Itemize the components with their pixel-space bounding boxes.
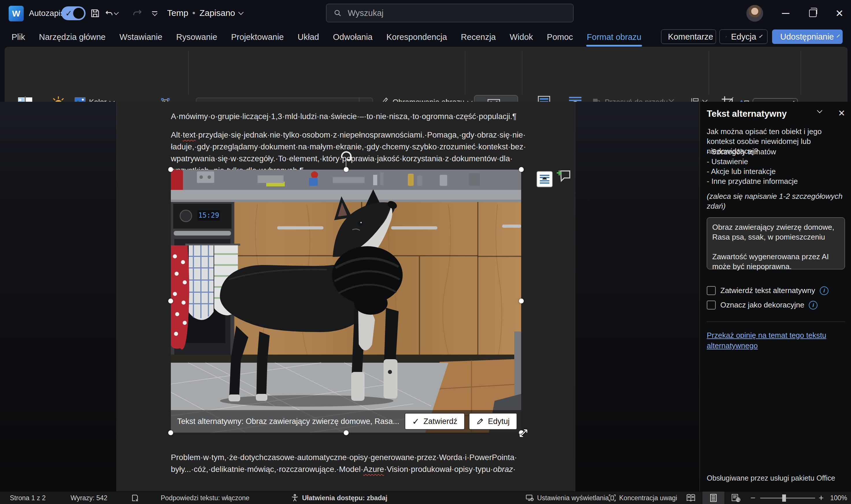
edit-label: Edytuj [488,417,510,426]
paragraph-text: · [513,465,515,474]
restore-button[interactable] [806,7,819,20]
document-page[interactable]: A·​mówimy·​o·​grupie·​liczącej·​1,3·​mld… [117,102,575,491]
tab-korespondencja[interactable]: Korespondencja [386,31,448,43]
alt-text-overlay-label: Tekst alternatywny: Obraz zawierający zw… [177,417,405,426]
paragraph[interactable]: Problem·​w·​tym,·​że·​dotychczasowe·​aut… [171,451,534,475]
text-predictions[interactable]: Podpowiedzi tekstu: włączone [161,491,249,504]
save-button[interactable] [88,6,102,20]
resize-handle-middle-right[interactable] [519,299,524,303]
close-button[interactable]: ✕ [833,7,846,20]
autosave-toggle[interactable]: ✓ [61,6,86,20]
customize-quick-access-button[interactable] [148,6,161,20]
resize-handle-bottom-left[interactable] [168,430,173,435]
mark-decorative-row: Oznacz jako dekoracyjne i [707,301,817,309]
paragraph-text: Alt·​ [171,130,183,139]
zoom-level[interactable]: 100% [830,491,847,504]
web-layout-button[interactable] [725,491,747,504]
layout-options-icon [539,174,550,185]
tab-uklad[interactable]: Układ [297,31,320,43]
document-workspace: A·​mówimy·​o·​grupie·​liczącej·​1,3·​mld… [0,102,851,491]
pane-hint: (zaleca się napisanie 1-2 szczegółowych … [707,191,843,211]
document-title[interactable]: Temp • Zapisano [167,8,243,18]
tab-projektowanie[interactable]: Projektowanie [230,31,284,43]
approve-alt-text-label: Zatwierdź tekst alternatywny [720,286,815,295]
mark-decorative-checkbox[interactable] [707,301,716,309]
focus-mode-label: Koncentracja uwagi [619,494,677,502]
editing-mode-button[interactable]: Edycja [720,30,767,44]
tab-recenzja[interactable]: Recenzja [460,31,496,43]
redo-button[interactable] [131,6,144,20]
pane-divider [707,321,845,322]
text-predictions-label: Podpowiedzi tekstu: włączone [161,494,249,502]
zoom-slider-track[interactable] [760,498,815,499]
minimize-button[interactable] [779,7,792,20]
accessibility-status[interactable]: Ułatwienia dostępu: zbadaj [290,491,387,504]
autosave-label: Autozapis [29,9,65,18]
resize-handle-top-left[interactable] [168,167,173,172]
resize-handle-top-middle[interactable] [344,167,349,172]
zoom-slider-handle[interactable] [782,494,786,502]
tab-format-obrazu[interactable]: Format obrazu [586,31,642,43]
doc-status: Zapisano [199,8,235,18]
paragraph-text: ·​Vision·​produkował·​opisy·​typu·​ [384,465,493,474]
pane-close-icon[interactable]: ✕ [838,108,845,118]
zoom-out-button[interactable]: − [750,491,756,504]
accessibility-person-icon [290,493,299,502]
group-separator [801,51,801,95]
undo-icon [105,8,113,19]
pencil-icon [726,33,727,41]
read-mode-button[interactable] [680,491,702,504]
comments-button[interactable]: Komentarze [661,30,716,44]
resize-handle-top-right[interactable] [519,167,524,172]
italic-word: obraz [493,465,513,474]
web-layout-icon [731,493,741,502]
display-settings[interactable]: Ustawienia wyświetlania [526,491,609,504]
rotate-handle-icon[interactable] [338,148,354,163]
info-icon[interactable]: i [809,301,817,309]
page-indicator[interactable]: Strona 1 z 2 [10,491,46,504]
word-count[interactable]: Wyrazy: 542 [71,491,108,504]
new-comment-button[interactable] [557,169,572,182]
approve-alt-text-button[interactable]: ✓ Zatwierdź [405,413,465,430]
search-box[interactable] [326,4,573,22]
focus-mode[interactable]: Koncentracja uwagi [608,491,677,504]
tab-pomoc[interactable]: Pomoc [546,31,573,43]
tab-narzedzia-glowne[interactable]: Narzędzia główne [38,31,106,43]
edit-alt-text-button[interactable]: Edytuj [469,413,517,430]
tab-widok[interactable]: Widok [509,31,534,43]
redo-icon [132,8,143,19]
restore-icon [809,10,817,17]
word-window: W Autozapis ✓ Temp • [0,0,851,504]
pane-footer: Obsługiwane przez usługi pakietu Office [707,474,835,482]
ribbon: Usuń tło Korekcje Kolor [0,47,851,102]
selected-picture[interactable]: 15:29 [171,169,521,433]
feedback-link[interactable]: Przekaż opinię na temat tego tekstu alte… [707,330,837,351]
proofing-status[interactable] [131,491,139,504]
group-separator [522,51,522,95]
share-label: Udostępnianie [780,32,834,42]
tab-rysowanie[interactable]: Rysowanie [176,31,218,43]
search-input[interactable] [347,8,551,18]
tab-plik[interactable]: Plik [11,31,26,43]
undo-button[interactable] [105,6,118,20]
pane-collapse-chevron-icon[interactable] [817,108,822,113]
share-button[interactable]: Udostępnianie [772,30,843,44]
approve-alt-text-checkbox[interactable] [707,286,716,295]
chevron-down-icon [114,10,119,15]
alt-text-input[interactable]: Obraz zawierający zwierzę domowe, Rasa p… [707,217,845,269]
paragraph[interactable]: A·​mówimy·​o·​grupie·​liczącej·​1,3·​mld… [171,110,534,122]
word-logo-icon: W [9,6,24,21]
tab-odwolania[interactable]: Odwołania [333,31,373,43]
tab-wstawianie[interactable]: Wstawianie [119,31,163,43]
dog-in-kitchen-photo[interactable]: 15:29 [171,169,521,433]
save-icon [90,8,100,18]
accessibility-status-label: Ułatwienia dostępu: zbadaj [302,494,387,502]
resize-handle-middle-left[interactable] [168,299,173,303]
user-avatar[interactable] [746,5,763,22]
zoom-in-button[interactable]: + [819,491,824,504]
pane-bullet: - Inne przydatne informacje [707,176,843,186]
layout-options-button[interactable] [536,171,553,187]
info-icon[interactable]: i [820,286,829,295]
print-layout-button[interactable] [703,491,724,504]
resize-handle-bottom-middle[interactable] [344,430,349,435]
